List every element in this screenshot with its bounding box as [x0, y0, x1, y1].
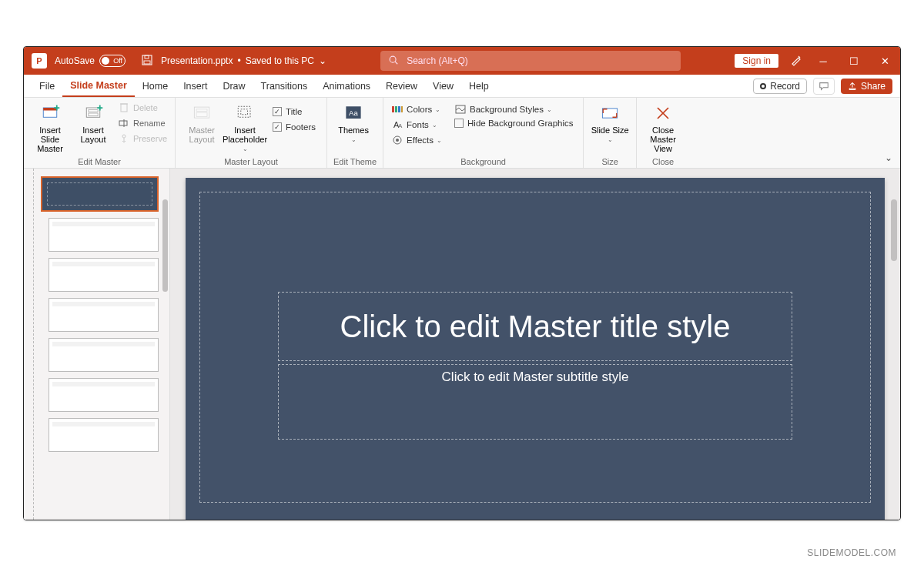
background-styles-button[interactable]: Background Styles⌄: [453, 102, 574, 116]
record-button[interactable]: Record: [753, 79, 807, 94]
thumbnail-panel[interactable]: [24, 169, 170, 520]
group-label-size: Size: [590, 156, 630, 166]
fonts-button[interactable]: AA Fonts⌄: [390, 118, 444, 132]
svg-rect-26: [392, 106, 394, 112]
bullet: •: [237, 55, 240, 66]
svg-text:A: A: [398, 122, 403, 129]
tab-animations[interactable]: Animations: [315, 75, 378, 97]
thumb-scrollbar[interactable]: [162, 199, 168, 292]
group-master-layout: Master Layout Insert Placeholder ⌄ ✓ Tit…: [176, 98, 327, 168]
insert-slide-master-button[interactable]: Insert Slide Master: [30, 101, 70, 153]
title-label: Title: [286, 107, 302, 116]
thumb-layout-4[interactable]: [49, 338, 159, 372]
thumb-layout-1[interactable]: [49, 218, 159, 252]
svg-text:Aa: Aa: [349, 109, 358, 117]
thumb-layout-2[interactable]: [49, 258, 159, 292]
share-button[interactable]: Share: [841, 79, 892, 94]
search-placeholder: Search (Alt+Q): [407, 55, 468, 66]
slide-canvas[interactable]: Click to edit Master title style Click t…: [186, 178, 885, 520]
footers-checkbox[interactable]: ✓ Footers: [268, 121, 320, 133]
record-label: Record: [770, 81, 800, 92]
toggle-dot: [102, 57, 109, 65]
share-label: Share: [861, 81, 886, 92]
hide-bg-checkbox[interactable]: Hide Background Graphics: [453, 118, 574, 129]
thumb-layout-5[interactable]: [49, 378, 159, 412]
thumb-layout-3[interactable]: [49, 298, 159, 332]
slide-size-button[interactable]: Slide Size ⌄: [590, 101, 630, 143]
close-button[interactable]: ✕: [869, 55, 900, 67]
effects-button[interactable]: Effects⌄: [390, 133, 444, 147]
app-icon: P: [32, 53, 47, 69]
autosave-label: AutoSave: [55, 55, 95, 66]
tab-review[interactable]: Review: [378, 75, 425, 97]
delete-label: Delete: [133, 103, 158, 112]
title-bar: P AutoSave Off Presentation.pptx • Saved…: [24, 47, 900, 75]
save-status: Saved to this PC: [246, 55, 314, 66]
maximize-button[interactable]: ☐: [839, 55, 869, 67]
eyedropper-icon[interactable]: [785, 54, 808, 69]
rename-button[interactable]: Rename: [116, 116, 169, 130]
tab-help[interactable]: Help: [461, 75, 497, 97]
record-icon: [760, 83, 766, 89]
group-edit-theme: Aa Themes ⌄ Edit Theme: [327, 98, 383, 168]
tab-home[interactable]: Home: [135, 75, 176, 97]
tab-view[interactable]: View: [425, 75, 461, 97]
insert-layout-label: Insert Layout: [73, 125, 113, 144]
insert-placeholder-label: Insert Placeholder: [223, 125, 267, 144]
thumb-master[interactable]: [41, 176, 159, 212]
preserve-label: Preserve: [133, 134, 167, 143]
master-layout-label: Master Layout: [182, 125, 222, 144]
chevron-down-icon: ⌄: [243, 146, 248, 152]
autosave-toggle[interactable]: AutoSave Off: [55, 55, 126, 67]
save-icon[interactable]: [141, 54, 153, 69]
svg-rect-23: [241, 109, 248, 115]
subtitle-placeholder[interactable]: Click to edit Master subtitle style: [278, 364, 792, 440]
insert-layout-button[interactable]: Insert Layout: [73, 101, 113, 144]
document-title[interactable]: Presentation.pptx • Saved to this PC ⌄: [161, 55, 326, 66]
tab-transitions[interactable]: Transitions: [253, 75, 316, 97]
chevron-down-icon: ⌄: [351, 136, 357, 143]
svg-rect-14: [121, 104, 127, 112]
themes-label: Themes: [338, 125, 369, 135]
search-input[interactable]: Search (Alt+Q): [380, 51, 681, 71]
effects-label: Effects: [407, 135, 434, 145]
group-label-edit-master: Edit Master: [30, 156, 169, 166]
comments-button[interactable]: [813, 78, 835, 95]
themes-button[interactable]: Aa Themes ⌄: [333, 101, 373, 143]
svg-rect-35: [602, 109, 617, 118]
group-label-master-layout: Master Layout: [182, 156, 320, 166]
slide-editor[interactable]: Click to edit Master title style Click t…: [170, 169, 900, 520]
search-icon: [388, 55, 399, 68]
editor-scrollbar[interactable]: [891, 199, 897, 261]
signin-button[interactable]: Sign in: [735, 54, 778, 68]
title-checkbox[interactable]: ✓ Title: [268, 105, 320, 118]
ribbon-collapse-icon[interactable]: ⌄: [885, 152, 892, 163]
chevron-down-icon: ⌄: [608, 136, 613, 143]
tab-file[interactable]: File: [32, 75, 62, 97]
tab-draw[interactable]: Draw: [215, 75, 253, 97]
svg-line-4: [395, 62, 397, 64]
colors-button[interactable]: Colors⌄: [390, 102, 444, 116]
thumb-layout-6[interactable]: [49, 418, 159, 452]
group-size: Slide Size ⌄ Size: [584, 98, 637, 168]
minimize-button[interactable]: ─: [808, 55, 839, 67]
close-master-view-button[interactable]: Close Master View: [643, 101, 683, 153]
watermark: SLIDEMODEL.COM: [807, 547, 896, 558]
checkbox-checked-icon: ✓: [273, 122, 282, 132]
toggle-pill[interactable]: Off: [99, 55, 126, 67]
title-placeholder[interactable]: Click to edit Master title style: [278, 292, 792, 361]
preserve-button: Preserve: [116, 132, 169, 146]
hierarchy-line: [33, 169, 34, 520]
tab-insert[interactable]: Insert: [176, 75, 215, 97]
group-label-close: Close: [643, 156, 683, 166]
svg-point-33: [396, 139, 399, 142]
svg-point-18: [122, 135, 126, 138]
filename: Presentation.pptx: [161, 55, 233, 66]
insert-placeholder-button[interactable]: Insert Placeholder ⌄: [225, 101, 265, 152]
rename-label: Rename: [133, 119, 166, 128]
tab-slide-master[interactable]: Slide Master: [62, 75, 135, 97]
insert-slide-master-label: Insert Slide Master: [30, 125, 70, 153]
checkbox-checked-icon: ✓: [273, 107, 282, 116]
bg-styles-label: Background Styles: [470, 105, 544, 114]
group-background: Colors⌄ AA Fonts⌄ Effects⌄ Background St…: [383, 98, 584, 168]
